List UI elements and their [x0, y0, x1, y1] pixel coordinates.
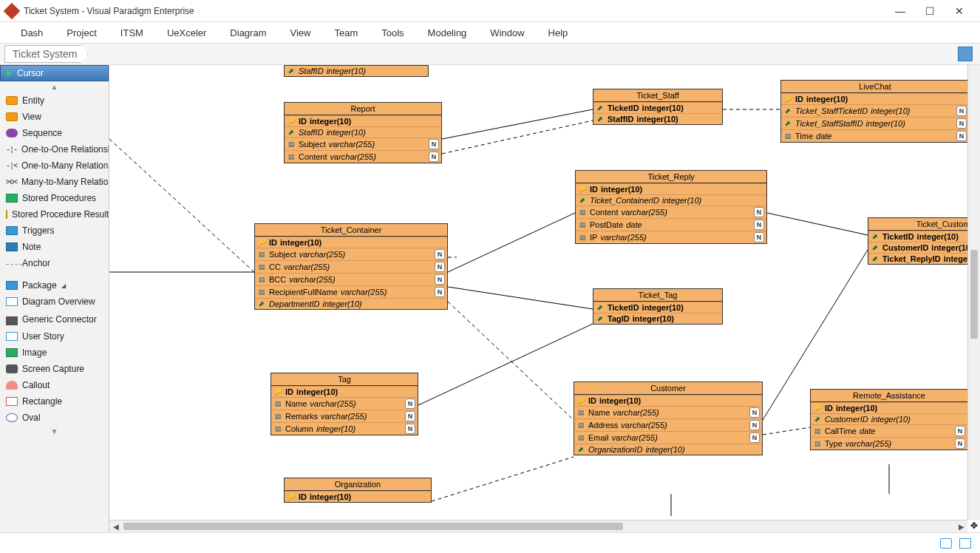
entity-column[interactable]: 🔑IDinteger(10): [574, 395, 762, 406]
entity-ticket_reply[interactable]: Ticket_Reply🔑IDinteger(10)⬈Ticket_Contai…: [575, 170, 767, 244]
entity-remote_assistance[interactable]: Remote_Assistance🔑IDinteger(10)⬈Customer…: [810, 389, 968, 450]
tool-stored-procedures[interactable]: Stored Procedures: [0, 190, 109, 206]
entity-column[interactable]: 🔑IDinteger(10): [811, 402, 967, 413]
entity-column[interactable]: ▤Subjectvarchar(255)N: [285, 138, 441, 150]
diagram-canvas[interactable]: ⬈StaffIDinteger(10)Report🔑IDinteger(10)⬈…: [109, 65, 974, 518]
nullable-badge: N: [405, 398, 415, 409]
menu-dash[interactable]: Dash: [9, 24, 55, 41]
tool-one-to-many-relationship[interactable]: -¦<One-to-Many Relationship: [0, 157, 109, 174]
horizontal-scrollbar[interactable]: ◀▶: [109, 520, 967, 532]
entity-customer[interactable]: Customer🔑IDinteger(10)▤Namevarchar(255)N…: [574, 381, 763, 455]
menu-help[interactable]: Help: [537, 24, 580, 41]
tool-sequence[interactable]: Sequence: [0, 125, 109, 141]
menu-window[interactable]: Window: [478, 24, 536, 41]
tool-anchor[interactable]: ----Anchor: [0, 255, 109, 271]
entity-column[interactable]: ▤Namevarchar(255)N: [574, 406, 762, 418]
entity-column[interactable]: ▤TimedateN: [781, 129, 969, 142]
minimize-button[interactable]: —: [885, 1, 915, 21]
tool-note[interactable]: Note: [0, 239, 109, 255]
tool-generic-connector[interactable]: Generic Connector: [0, 310, 109, 328]
tool-many-to-many-relationship[interactable]: >o<Many-to-Many Relationship: [0, 174, 109, 190]
tool-oval[interactable]: Oval: [0, 410, 109, 426]
entity-column[interactable]: ▤Addressvarchar(255)N: [574, 418, 762, 431]
tool-diagram-overview[interactable]: Diagram Overview: [0, 294, 109, 310]
entity-column[interactable]: 🔑IDinteger(10): [271, 386, 418, 397]
tool-triggers[interactable]: Triggers: [0, 223, 109, 239]
tool-image[interactable]: Image: [0, 345, 109, 361]
entity-column[interactable]: ⬈StaffIDinteger(10): [285, 126, 441, 138]
tool-cursor[interactable]: Cursor: [0, 65, 109, 81]
fk-icon: ⬈: [596, 314, 605, 323]
view-switcher-icon[interactable]: [958, 47, 973, 61]
menu-team[interactable]: Team: [322, 24, 370, 41]
tool-package[interactable]: Package◢: [0, 277, 109, 294]
maximize-button[interactable]: ☐: [915, 1, 945, 21]
entity-organization[interactable]: Organization🔑IDinteger(10): [284, 478, 432, 503]
tool-entity[interactable]: Entity: [0, 92, 109, 109]
entity-column[interactable]: ⬈CustomerIDinteger(10): [868, 242, 980, 253]
entity-column[interactable]: ⬈StaffIDinteger(10): [285, 66, 428, 76]
entity-column[interactable]: 🔑IDinteger(10): [781, 93, 969, 104]
menu-diagram[interactable]: Diagram: [218, 24, 278, 41]
entity-ticket_container[interactable]: Ticket_Container🔑IDinteger(10)▤Subjectva…: [254, 223, 448, 310]
entity-column[interactable]: ⬈Ticket_StaffTicketIDinteger(10)N: [781, 104, 969, 117]
entity-ticket_tag[interactable]: Ticket_Tag⬈TicketIDinteger(10)⬈TagIDinte…: [593, 288, 723, 325]
entity-report[interactable]: Report🔑IDinteger(10)⬈StaffIDinteger(10)▤…: [284, 102, 442, 163]
entity-column[interactable]: ⬈Ticket_ReplyIDinteger(10): [868, 253, 980, 264]
tool-one-to-one-relationship[interactable]: -¦-One-to-One Relationship: [0, 141, 109, 157]
entity-column[interactable]: ▤CallTimedateN: [811, 424, 967, 437]
entity-column[interactable]: ▤Subjectvarchar(255)N: [255, 248, 447, 260]
entity-column[interactable]: 🔑IDinteger(10): [285, 491, 431, 502]
entity-column[interactable]: ⬈TagIDinteger(10): [593, 313, 722, 324]
mail-icon[interactable]: [940, 538, 952, 549]
entity-column[interactable]: ▤Remarksvarchar(255)N: [271, 410, 418, 422]
entity-column[interactable]: ▤RecipientFullNamevarchar(255)N: [255, 285, 447, 298]
close-button[interactable]: ✕: [945, 1, 974, 21]
entity-column[interactable]: ▤Contentvarchar(255)N: [576, 206, 766, 218]
vertical-scrollbar[interactable]: [967, 65, 980, 520]
tool-rectangle[interactable]: Rectangle: [0, 393, 109, 410]
palette-collapse-down[interactable]: ▼: [0, 426, 109, 437]
entity-column[interactable]: ▤PostDatedateN: [576, 218, 766, 231]
entity-column[interactable]: ▤IPvarchar(255)N: [576, 231, 766, 243]
entity-column[interactable]: ▤Contentvarchar(255)N: [285, 150, 441, 163]
breadcrumb-current[interactable]: Ticket System: [4, 45, 88, 63]
entity-column[interactable]: 🔑IDinteger(10): [285, 115, 441, 126]
entity-column[interactable]: 🔑IDinteger(10): [576, 183, 766, 194]
menu-project[interactable]: Project: [55, 24, 108, 41]
entity-toprow[interactable]: ⬈StaffIDinteger(10): [284, 65, 429, 77]
menu-tools[interactable]: Tools: [370, 24, 415, 41]
entity-column[interactable]: ⬈Ticket_StaffStaffIDinteger(10)N: [781, 117, 969, 129]
entity-column[interactable]: ⬈TicketIDinteger(10): [868, 231, 980, 242]
entity-column[interactable]: ⬈TicketIDinteger(10): [593, 302, 722, 313]
entity-livechat[interactable]: LiveChat🔑IDinteger(10)⬈Ticket_StaffTicke…: [780, 80, 970, 143]
tool-user-story[interactable]: User Story: [0, 328, 109, 345]
entity-column[interactable]: ▤Typevarchar(255)N: [811, 437, 967, 449]
entity-column[interactable]: ▤Namevarchar(255)N: [271, 397, 418, 410]
entity-column[interactable]: ▤Columninteger(10)N: [271, 422, 418, 435]
tool-screen-capture[interactable]: Screen Capture: [0, 361, 109, 377]
entity-column[interactable]: 🔑IDinteger(10): [255, 237, 447, 248]
pan-icon[interactable]: ✥: [968, 520, 979, 532]
note-icon[interactable]: [959, 538, 971, 549]
entity-column[interactable]: ▤Emailvarchar(255)N: [574, 431, 762, 444]
entity-column[interactable]: ▤BCCvarchar(255)N: [255, 273, 447, 285]
entity-column[interactable]: ⬈StaffIDinteger(10): [593, 113, 722, 124]
entity-column[interactable]: ⬈DepartmentIDinteger(10): [255, 298, 447, 309]
menu-itsm[interactable]: ITSM: [109, 24, 155, 41]
menu-uexceler[interactable]: UeXceler: [155, 24, 218, 41]
tool-callout[interactable]: Callout: [0, 377, 109, 393]
palette-collapse-up[interactable]: ▲: [0, 81, 109, 92]
entity-column[interactable]: ⬈CustomerIDinteger(10): [811, 413, 967, 424]
entity-ticket_customer[interactable]: Ticket_Customer⬈TicketIDinteger(10)⬈Cust…: [868, 217, 980, 265]
entity-column[interactable]: ▤CCvarchar(255)N: [255, 260, 447, 273]
entity-column[interactable]: ⬈OrganizationIDinteger(10): [574, 444, 762, 455]
tool-view[interactable]: View: [0, 109, 109, 125]
entity-tag[interactable]: Tag🔑IDinteger(10)▤Namevarchar(255)N▤Rema…: [270, 373, 418, 435]
menu-modeling[interactable]: Modeling: [416, 24, 479, 41]
entity-column[interactable]: ⬈TicketIDinteger(10): [593, 102, 722, 113]
entity-ticket_staff[interactable]: Ticket_Staff⬈TicketIDinteger(10)⬈StaffID…: [593, 89, 723, 125]
menu-view[interactable]: View: [278, 24, 322, 41]
tool-stored-procedure-resultset[interactable]: Stored Procedure Resultset: [0, 206, 109, 223]
entity-column[interactable]: ⬈Ticket_ContainerIDinteger(10): [576, 194, 766, 206]
